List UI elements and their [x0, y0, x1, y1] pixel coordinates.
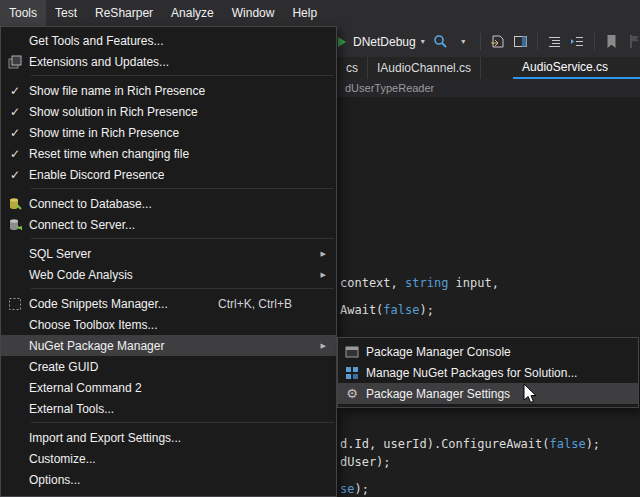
debug-target-dropdown[interactable]: DNetDebug ▾ — [353, 35, 425, 49]
menubar-item-test[interactable]: Test — [46, 0, 86, 26]
menu-item-label: Web Code Analysis — [29, 268, 133, 282]
chevron-down-icon: ▾ — [421, 38, 425, 46]
menubar-item-resharper[interactable]: ReSharper — [86, 0, 162, 26]
check-icon: ✓ — [1, 106, 29, 118]
menu-item-import-and-export-settings[interactable]: Import and Export Settings... — [1, 427, 336, 448]
menubar-item-analyze[interactable]: Analyze — [162, 0, 223, 26]
menu-item-show-time-in-rich-presence[interactable]: ✓Show time in Rich Presence — [1, 122, 336, 143]
menu-item-package-manager-console[interactable]: Package Manager Console — [338, 341, 638, 362]
check-icon: ✓ — [1, 169, 29, 181]
menu-item-show-file-name-in-rich-presence[interactable]: ✓Show file name in Rich Presence — [1, 80, 336, 101]
menu-separator — [31, 238, 334, 239]
menu-item-label: Connect to Database... — [29, 197, 152, 211]
start-debug-icon[interactable] — [338, 37, 346, 47]
breadcrumb-text: dUserTypeReader — [345, 82, 434, 94]
submenu-arrow-icon: ▶ — [321, 342, 326, 350]
snippets-icon — [1, 297, 29, 311]
menu-item-show-solution-in-rich-presence[interactable]: ✓Show solution in Rich Presence — [1, 101, 336, 122]
check-icon: ✓ — [1, 85, 29, 97]
database-icon — [1, 197, 29, 211]
menu-item-sql-server[interactable]: SQL Server▶ — [1, 243, 336, 264]
submenu-arrow-icon: ▶ — [321, 250, 326, 258]
menu-item-label: Manage NuGet Packages for Solution... — [366, 366, 577, 380]
menubar-item-help[interactable]: Help — [283, 0, 326, 26]
menu-item-label: Show file name in Rich Presence — [29, 84, 205, 98]
menubar-item-tools[interactable]: Tools — [0, 0, 46, 26]
menubar-item-window[interactable]: Window — [223, 0, 284, 26]
menu-item-nuget-package-manager[interactable]: NuGet Package Manager▶ — [1, 335, 336, 356]
menu-item-manage-nuget-packages-for-solution[interactable]: Manage NuGet Packages for Solution... — [338, 362, 638, 383]
menu-item-label: Reset time when changing file — [29, 147, 189, 161]
outdent-icon[interactable] — [546, 33, 563, 50]
menu-item-label: Connect to Server... — [29, 218, 135, 232]
menu-item-enable-discord-presence[interactable]: ✓Enable Discord Presence — [1, 164, 336, 185]
toolbar-separator — [594, 33, 595, 50]
menu-item-connect-to-server[interactable]: Connect to Server... — [1, 214, 336, 235]
flag-icon[interactable] — [626, 33, 640, 50]
open-file-icon[interactable] — [489, 33, 506, 50]
menu-item-label: Enable Discord Presence — [29, 168, 164, 182]
menu-item-label: SQL Server — [29, 247, 91, 261]
menu-item-options[interactable]: Options... — [1, 469, 336, 490]
menu-item-label: Create GUID — [29, 360, 98, 374]
tools-menu: Get Tools and Features...Extensions and … — [0, 26, 337, 497]
menu-item-label: Import and Export Settings... — [29, 431, 181, 445]
menu-separator — [31, 188, 334, 189]
mouse-cursor — [523, 383, 539, 405]
menu-item-label: Extensions and Updates... — [29, 55, 169, 69]
menu-item-label: NuGet Package Manager — [29, 339, 164, 353]
menu-item-label: Code Snippets Manager... — [29, 297, 168, 311]
menu-item-create-guid[interactable]: Create GUID — [1, 356, 336, 377]
menu-item-customize[interactable]: Customize... — [1, 448, 336, 469]
gear-icon: ⚙ — [338, 387, 366, 400]
check-icon: ✓ — [1, 127, 29, 139]
menu-item-external-command-2[interactable]: External Command 2 — [1, 377, 336, 398]
menu-item-shortcut: Ctrl+K, Ctrl+B — [218, 297, 292, 311]
menu-item-label: Options... — [29, 473, 80, 487]
toolbar-icons: ▾ — [432, 33, 640, 50]
menu-item-reset-time-when-changing-file[interactable]: ✓Reset time when changing file — [1, 143, 336, 164]
menu-item-choose-toolbox-items[interactable]: Choose Toolbox Items... — [1, 314, 336, 335]
menu-item-connect-to-database[interactable]: Connect to Database... — [1, 193, 336, 214]
menu-item-extensions-and-updates[interactable]: Extensions and Updates... — [1, 51, 336, 72]
menu-item-label: Show time in Rich Presence — [29, 126, 179, 140]
toolbar-separator — [537, 33, 538, 50]
menu-item-label: Package Manager Settings — [366, 387, 510, 401]
submenu-arrow-icon: ▶ — [321, 271, 326, 279]
nuget-submenu: Package Manager ConsoleManage NuGet Pack… — [337, 337, 639, 408]
toolbar-separator — [480, 33, 481, 50]
server-icon — [1, 218, 29, 232]
tab-cs[interactable]: cs — [337, 57, 368, 79]
menu-item-web-code-analysis[interactable]: Web Code Analysis▶ — [1, 264, 336, 285]
tab-audioservice-cs[interactable]: AudioService.cs — [513, 57, 640, 79]
debug-target-label: DNetDebug — [353, 35, 416, 49]
menu-item-label: External Tools... — [29, 402, 114, 416]
menu-item-package-manager-settings[interactable]: ⚙Package Manager Settings — [338, 383, 638, 404]
menu-separator — [31, 422, 334, 423]
menu-item-label: Get Tools and Features... — [29, 34, 164, 48]
menu-item-label: Choose Toolbox Items... — [29, 318, 158, 332]
menu-item-label: Show solution in Rich Presence — [29, 105, 198, 119]
indent-icon[interactable] — [569, 33, 586, 50]
find-icon[interactable] — [432, 33, 449, 50]
menu-item-code-snippets-manager[interactable]: Code Snippets Manager...Ctrl+K, Ctrl+B — [1, 293, 336, 314]
tab-label: AudioService.cs — [522, 60, 608, 74]
menu-item-label: Customize... — [29, 452, 96, 466]
menu-item-get-tools-and-features[interactable]: Get Tools and Features... — [1, 30, 336, 51]
console-icon — [338, 345, 366, 359]
window-layout-icon[interactable] — [512, 33, 529, 50]
tab-iaudiochannel-cs[interactable]: IAudioChannel.cs — [368, 57, 481, 79]
bookmark-icon[interactable] — [603, 33, 620, 50]
packages-icon — [338, 366, 366, 380]
check-icon: ✓ — [1, 148, 29, 160]
tab-label: IAudioChannel.cs — [377, 61, 471, 75]
menu-separator — [31, 288, 334, 289]
menu-item-external-tools[interactable]: External Tools... — [1, 398, 336, 419]
menu-item-label: Package Manager Console — [366, 345, 511, 359]
menubar: ToolsTestReSharperAnalyzeWindowHelp — [0, 0, 640, 26]
extensions-icon — [1, 55, 29, 69]
dropdown-caret-icon[interactable]: ▾ — [455, 33, 472, 50]
tab-label: cs — [346, 61, 358, 75]
menu-item-label: External Command 2 — [29, 381, 142, 395]
vs-window: ToolsTestReSharperAnalyzeWindowHelp DNet… — [0, 0, 640, 497]
